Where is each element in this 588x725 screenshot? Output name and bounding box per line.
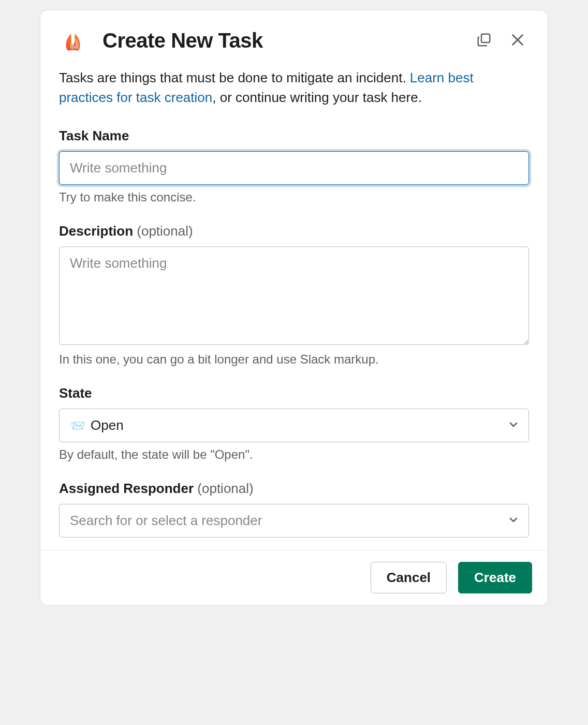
close-button[interactable] xyxy=(506,28,529,53)
responder-optional: (optional) xyxy=(197,481,253,496)
popout-icon xyxy=(476,32,492,49)
description-group: Description (optional) In this one, you … xyxy=(59,223,529,367)
modal-body: Tasks are things that must be done to mi… xyxy=(40,68,548,550)
header-actions xyxy=(473,28,529,53)
task-name-label: Task Name xyxy=(59,128,529,144)
cancel-button[interactable]: Cancel xyxy=(371,562,447,593)
modal-title: Create New Task xyxy=(102,29,473,52)
popout-button[interactable] xyxy=(473,29,495,52)
responder-select-wrapper: Search for or select a responder xyxy=(59,504,529,538)
task-name-group: Task Name Try to make this concise. xyxy=(59,128,529,205)
responder-select[interactable]: Search for or select a responder xyxy=(59,504,529,538)
intro-text: Tasks are things that must be done to mi… xyxy=(59,68,529,107)
state-label: State xyxy=(59,385,529,401)
intro-after: , or continue writing your task here. xyxy=(212,90,422,105)
task-name-input[interactable] xyxy=(59,151,529,185)
description-label: Description (optional) xyxy=(59,223,529,239)
state-group: State 📨 Open By default, the state will … xyxy=(59,385,529,462)
responder-label: Assigned Responder (optional) xyxy=(59,481,529,497)
responder-group: Assigned Responder (optional) Search for… xyxy=(59,481,529,538)
state-value: Open xyxy=(91,417,124,433)
state-hint: By default, the state will be "Open". xyxy=(59,447,529,462)
description-label-text: Description xyxy=(59,223,133,239)
create-task-modal: Create New Task xyxy=(40,10,548,605)
description-optional: (optional) xyxy=(137,223,193,239)
modal-footer: Cancel Create xyxy=(40,550,548,605)
svg-rect-0 xyxy=(481,34,490,42)
description-input[interactable] xyxy=(59,247,529,345)
state-select-wrapper: 📨 Open xyxy=(59,409,529,442)
task-name-hint: Try to make this concise. xyxy=(59,190,529,205)
responder-placeholder: Search for or select a responder xyxy=(70,513,262,529)
app-logo-icon xyxy=(59,25,90,56)
responder-label-text: Assigned Responder xyxy=(59,481,194,496)
modal-header: Create New Task xyxy=(40,10,548,68)
envelope-icon: 📨 xyxy=(70,418,85,433)
description-hint: In this one, you can go a bit longer and… xyxy=(59,352,529,367)
state-select[interactable]: 📨 Open xyxy=(59,409,529,442)
close-icon xyxy=(509,32,526,50)
create-button[interactable]: Create xyxy=(458,562,532,593)
intro-before: Tasks are things that must be done to mi… xyxy=(59,70,410,85)
